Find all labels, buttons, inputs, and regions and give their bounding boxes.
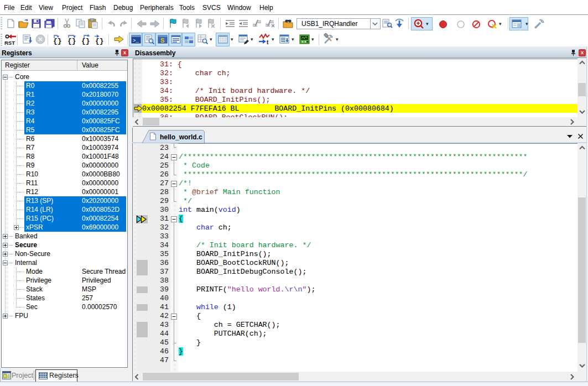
svg-text:{}: {} [95, 37, 104, 45]
svg-text:>_: >_ [133, 38, 139, 44]
svg-text:{}: {} [81, 37, 90, 45]
svg-text:S: S [160, 37, 164, 44]
svg-text:t: t [267, 39, 269, 45]
svg-text:{}: {} [67, 37, 76, 45]
svg-text:RST: RST [4, 40, 15, 46]
svg-text:{}: {} [53, 37, 62, 45]
